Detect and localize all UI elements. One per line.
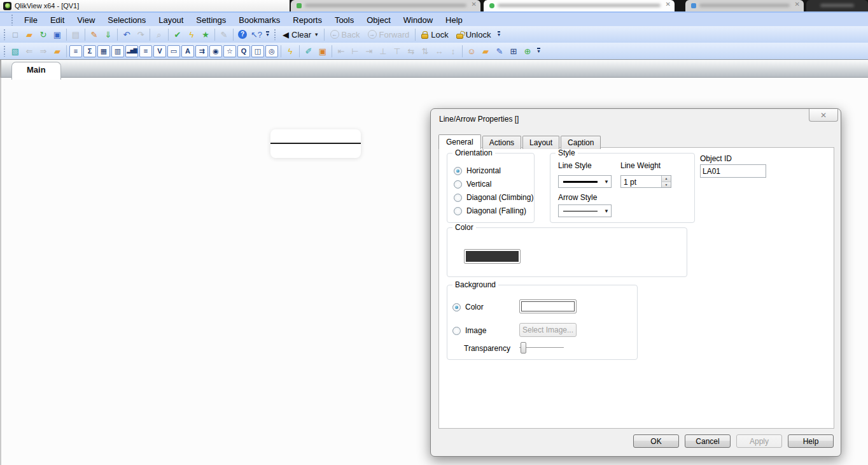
toolbar-separator [233, 29, 234, 41]
tab-caption[interactable]: Caption [561, 136, 601, 149]
create-multi-box-icon[interactable]: = [139, 45, 152, 57]
blurred-browser-tab[interactable] [806, 0, 868, 11]
arrow-style-select[interactable]: ▼ [558, 204, 612, 217]
line-weight-input[interactable]: 1 pt ▲ ▼ [620, 175, 671, 188]
menu-help[interactable]: Help [439, 14, 469, 26]
line-color-swatch[interactable] [464, 249, 521, 264]
expression-overview-icon[interactable]: ⊞ [507, 44, 521, 58]
reload-data-icon[interactable]: ⇓ [101, 27, 115, 41]
save-icon[interactable]: ▣ [50, 27, 64, 41]
menu-view[interactable]: View [71, 14, 101, 26]
toolbar-grip[interactable] [3, 45, 6, 57]
background-group: Background Color Image Select Image... T… [447, 285, 638, 360]
horizontal-line [270, 143, 361, 144]
radio-horizontal[interactable]: Horizontal [454, 166, 501, 175]
webview-icon[interactable]: ⊕ [521, 44, 535, 58]
clear-button[interactable]: ◀Clear▾ [279, 30, 322, 39]
add-bookmark-icon[interactable]: ★ [199, 27, 213, 41]
menu-reports[interactable]: Reports [286, 14, 328, 26]
tab-general[interactable]: General [438, 134, 481, 149]
toolbar-overflow-icon[interactable]: ▾ [494, 27, 503, 41]
quick-chart-wizard-icon[interactable]: ϟ [185, 27, 199, 41]
tab-actions[interactable]: Actions [482, 136, 521, 149]
reload-icon[interactable]: ↻ [36, 27, 50, 41]
create-statistics-box-icon[interactable]: Σ [83, 45, 96, 57]
unlock-button[interactable]: Unlock [452, 30, 495, 39]
create-slider-icon[interactable]: ⇉ [195, 45, 208, 57]
create-pivot-table-icon[interactable]: ▥ [111, 45, 124, 57]
menu-object[interactable]: Object [360, 14, 397, 26]
ok-button[interactable]: OK [633, 434, 679, 448]
create-text-object-icon[interactable]: A [181, 45, 194, 57]
radio-diagonal-climbing[interactable]: Diagonal (Climbing) [454, 193, 533, 202]
format-painter-icon[interactable]: ✐ [302, 44, 316, 58]
whats-this-icon[interactable]: ↖? [249, 27, 263, 41]
create-search-object-icon[interactable]: Q [237, 45, 250, 57]
lock-button[interactable]: Lock [417, 30, 452, 39]
toolbar-overflow-icon[interactable]: ▾ [263, 27, 272, 41]
radio-vertical[interactable]: Vertical [454, 180, 491, 189]
new-document-icon[interactable]: □ [8, 27, 22, 41]
menu-tools[interactable]: Tools [328, 14, 360, 26]
sheet-tab-main[interactable]: Main [11, 62, 61, 80]
create-bookmark-object-icon[interactable]: ☆ [223, 45, 236, 57]
create-chart-icon[interactable]: ▂▅▇ [125, 45, 138, 57]
chart-wizard-icon[interactable]: ϟ [283, 44, 297, 58]
menu-selections[interactable]: Selections [101, 14, 152, 26]
arrange-icon: ↕ [446, 44, 460, 58]
close-icon[interactable]: ✕ [795, 1, 800, 8]
open-file-icon[interactable]: ▰ [22, 27, 36, 41]
properties-icon[interactable]: ☺ [465, 44, 479, 58]
create-listbox-icon[interactable]: ≡ [69, 45, 82, 57]
radio-background-color[interactable]: Color [452, 303, 484, 311]
menu-edit[interactable]: Edit [44, 14, 71, 26]
help-button[interactable]: Help [788, 434, 834, 448]
transparency-slider[interactable] [519, 341, 570, 354]
create-button-icon[interactable]: V [153, 45, 166, 57]
cancel-button[interactable]: Cancel [685, 434, 731, 448]
help-icon[interactable]: ? [235, 27, 249, 41]
undo-icon[interactable]: ↶ [120, 27, 134, 41]
design-grid-icon[interactable]: ▣ [316, 44, 330, 58]
menu-window[interactable]: Window [397, 14, 439, 26]
toolbar-overflow-icon[interactable]: ▾ [535, 44, 543, 58]
open-url-icon[interactable]: ▰ [479, 44, 493, 58]
object-id-input[interactable] [700, 164, 766, 178]
spin-up-button[interactable]: ▲ [662, 176, 671, 182]
create-container-icon[interactable]: ▭ [167, 45, 180, 57]
toolbar-grip[interactable] [274, 29, 277, 40]
edit-module-icon[interactable]: ✎ [493, 44, 507, 58]
menu-settings[interactable]: Settings [190, 14, 232, 26]
blurred-browser-tab[interactable]: ✕ [484, 0, 675, 11]
blurred-browser-tab[interactable]: ✕ [685, 0, 804, 11]
radio-icon [454, 180, 462, 189]
close-icon[interactable]: ✕ [472, 1, 477, 8]
close-button[interactable]: ✕ [809, 109, 838, 122]
line-style-select[interactable]: ▼ [558, 175, 612, 188]
tab-layout[interactable]: Layout [522, 136, 559, 149]
menu-file[interactable]: File [18, 14, 44, 26]
menu-layout[interactable]: Layout [152, 14, 190, 26]
edit-script-icon[interactable]: ✎ [87, 27, 101, 41]
blurred-browser-tab[interactable]: ✕ [291, 0, 480, 11]
spin-down-button[interactable]: ▼ [662, 182, 671, 188]
create-gauge-icon[interactable]: ◉ [209, 45, 222, 57]
line-arrow-object[interactable] [270, 129, 361, 158]
background-color-swatch[interactable] [519, 299, 577, 313]
object-id-label: Object ID [700, 154, 732, 163]
toolbar-separator [168, 29, 169, 41]
open-folder-icon[interactable]: ▰ [50, 44, 64, 58]
toolbar-grip[interactable] [11, 14, 14, 25]
slider-thumb[interactable] [521, 342, 526, 354]
menu-bookmarks[interactable]: Bookmarks [232, 14, 286, 26]
create-window-object-icon[interactable]: ◫ [251, 45, 264, 57]
create-clock-object-icon[interactable]: ◎ [265, 45, 278, 57]
orientation-group: Orientation Horizontal Vertical Diagonal… [447, 153, 535, 223]
create-table-box-icon[interactable]: ▦ [97, 45, 110, 57]
radio-background-image[interactable]: Image [452, 326, 486, 335]
radio-diagonal-falling[interactable]: Diagonal (Falling) [454, 206, 526, 215]
close-icon[interactable]: ✕ [666, 1, 671, 8]
current-selections-icon[interactable]: ✔ [171, 27, 185, 41]
new-sheet-icon[interactable]: ▧ [8, 44, 22, 58]
toolbar-grip[interactable] [3, 29, 6, 40]
